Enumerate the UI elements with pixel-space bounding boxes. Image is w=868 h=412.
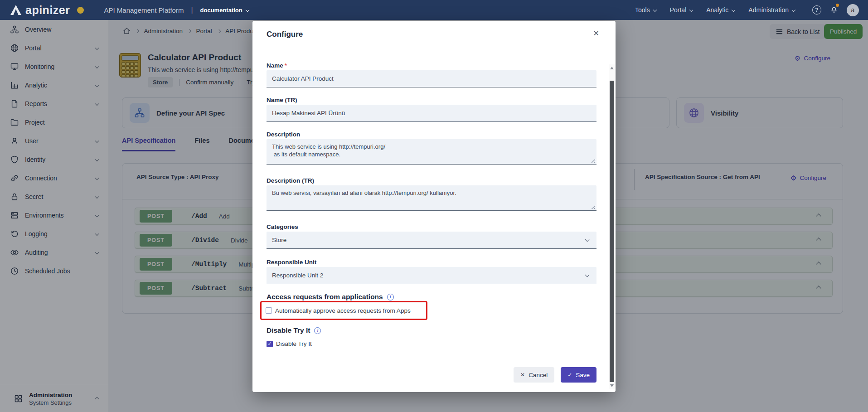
description-field[interactable] — [267, 139, 596, 165]
description-label: Description — [267, 131, 596, 139]
chevron-down-icon — [245, 8, 249, 12]
modal-title: Configure — [267, 30, 303, 39]
brand-name: apinizer — [25, 4, 70, 17]
top-header: apinizer API Management Platform | docum… — [0, 0, 868, 20]
configure-modal: Configure ✕ Name* Name (TR) Description … — [252, 21, 616, 392]
nav-tools[interactable]: Tools — [635, 6, 656, 14]
required-mark: * — [285, 62, 287, 69]
close-icon[interactable]: ✕ — [593, 30, 599, 37]
name-field[interactable] — [267, 70, 596, 87]
name-label: Name* — [267, 62, 596, 70]
disable-try-it-checkbox[interactable]: ✓ — [267, 341, 273, 347]
modal-scrollbar[interactable] — [609, 64, 615, 389]
disable-try-it-heading: Disable Try It i — [267, 326, 596, 335]
name-tr-field[interactable] — [267, 105, 596, 122]
chevron-down-icon — [732, 8, 735, 12]
notification-dot — [836, 4, 839, 7]
check-icon: ✓ — [567, 372, 572, 378]
auto-approve-label: Automatically approve access requests fr… — [275, 307, 411, 314]
chevron-down-icon — [689, 8, 693, 12]
responsible-unit-label: Responsible Unit — [267, 258, 596, 267]
nav-analytic[interactable]: Analytic — [706, 6, 735, 14]
auto-approve-checkbox[interactable] — [266, 307, 272, 314]
name-tr-label: Name (TR) — [267, 96, 596, 104]
scroll-down-icon[interactable] — [610, 384, 614, 387]
brand-dot — [77, 7, 84, 14]
nav-administration[interactable]: Administration — [748, 6, 795, 14]
chevron-down-icon — [585, 273, 590, 277]
nav-portal[interactable]: Portal — [670, 6, 693, 14]
project-selector[interactable]: documentation — [200, 7, 249, 14]
responsible-unit-select[interactable]: Responsible Unit 2 — [267, 267, 596, 284]
chevron-down-icon — [792, 8, 795, 12]
chevron-down-icon — [585, 238, 590, 242]
header-divider: | — [191, 6, 193, 14]
highlight-box: Automatically approve access requests fr… — [260, 301, 427, 320]
save-button[interactable]: ✓ Save — [561, 367, 596, 383]
disable-try-it-label: Disable Try It — [276, 340, 312, 347]
apinizer-logo-icon — [10, 5, 22, 15]
app-title: API Management Platform — [104, 6, 184, 14]
description-tr-label: Description (TR) — [267, 177, 596, 185]
apinizer-logo[interactable]: apinizer — [10, 4, 70, 17]
access-requests-heading: Access requests from applications i — [267, 292, 596, 301]
info-icon[interactable]: i — [314, 327, 321, 334]
description-tr-field[interactable] — [267, 185, 596, 211]
close-icon: ✕ — [520, 372, 525, 378]
chevron-down-icon — [653, 8, 656, 12]
cancel-button[interactable]: ✕ Cancel — [514, 367, 554, 383]
avatar[interactable]: a — [847, 4, 859, 16]
scrollbar-thumb[interactable] — [610, 81, 614, 382]
notifications-button[interactable] — [829, 5, 839, 16]
help-icon[interactable]: ? — [812, 5, 821, 15]
categories-select[interactable]: Store — [267, 232, 596, 249]
categories-label: Categories — [267, 223, 596, 231]
scroll-up-icon[interactable] — [610, 67, 614, 69]
info-icon[interactable]: i — [387, 294, 394, 301]
